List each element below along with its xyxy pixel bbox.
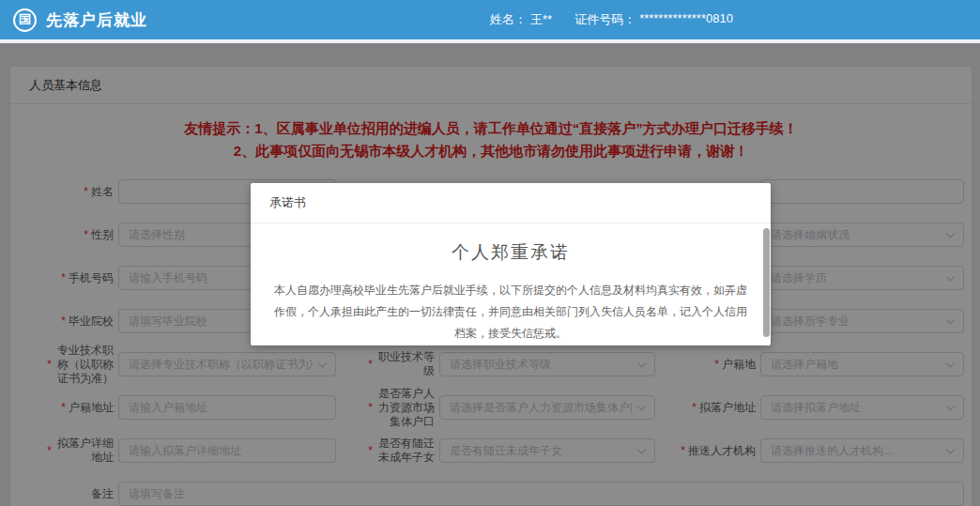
commitment-dialog: 承诺书 个人郑重承诺 本人自愿办理高校毕业生先落户后就业手续，以下所提交的个人信… (251, 183, 771, 345)
dialog-body[interactable]: 个人郑重承诺 本人自愿办理高校毕业生先落户后就业手续，以下所提交的个人信息及材料… (251, 223, 771, 345)
app-header: 国 先落户后就业 姓名： 王** 证件号码： **************081… (0, 0, 980, 39)
commitment-heading: 个人郑重承诺 (269, 240, 752, 265)
id-number-label: 证件号码： (574, 11, 635, 28)
dialog-scrollbar-thumb[interactable] (763, 228, 770, 337)
dialog-title: 承诺书 (269, 194, 306, 211)
logo-glyph: 国 (19, 11, 31, 28)
app-logo-icon: 国 (13, 8, 37, 32)
commitment-text: 本人自愿办理高校毕业生先落户后就业手续，以下所提交的个人信息及材料均真实有效，如… (269, 280, 752, 345)
user-info: 姓名： 王** 证件号码： **************0810 (490, 0, 750, 39)
id-number-value: **************0810 (639, 11, 733, 28)
user-name-value: 王** (530, 11, 552, 28)
header-divider (0, 39, 980, 43)
app-title: 先落户后就业 (46, 9, 147, 31)
dialog-header: 承诺书 (251, 183, 771, 223)
user-name-label: 姓名： (490, 11, 527, 28)
